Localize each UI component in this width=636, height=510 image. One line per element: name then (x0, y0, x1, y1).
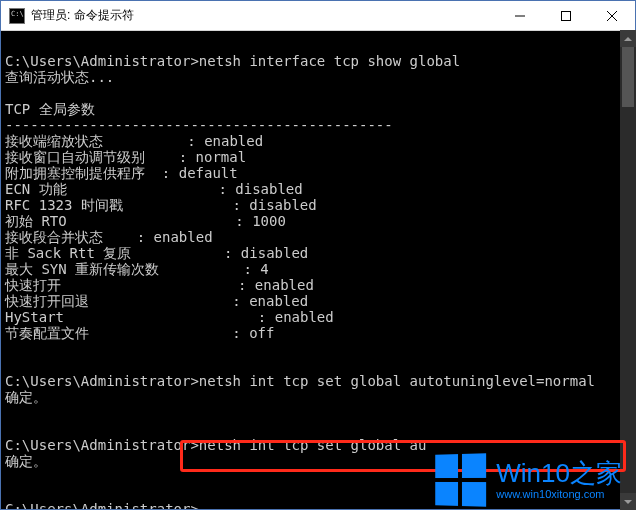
scroll-up-button[interactable] (620, 30, 636, 47)
scroll-down-button[interactable] (620, 493, 636, 510)
terminal-line: C:\Users\Administrator> (5, 501, 631, 509)
terminal-line: C:\Users\Administrator>netsh int tcp set… (5, 437, 631, 453)
terminal-line (5, 37, 631, 53)
vertical-scrollbar[interactable] (620, 30, 636, 510)
terminal-line (5, 485, 631, 501)
svg-rect-0 (562, 11, 571, 20)
scrollbar-thumb[interactable] (622, 47, 634, 107)
terminal-line: C:\Users\Administrator>netsh int tcp set… (5, 373, 631, 389)
terminal-line: 接收段合并状态 : enabled (5, 229, 631, 245)
terminal-line: 确定。 (5, 389, 631, 405)
window-controls (497, 1, 635, 30)
terminal-line: C:\Users\Administrator>netsh interface t… (5, 53, 631, 69)
terminal-line: RFC 1323 时间戳 : disabled (5, 197, 631, 213)
close-icon (607, 11, 617, 21)
chevron-down-icon (624, 498, 632, 506)
terminal-line: 初始 RTO : 1000 (5, 213, 631, 229)
terminal-line: 附加拥塞控制提供程序 : default (5, 165, 631, 181)
terminal-line (5, 341, 631, 357)
terminal-line: 确定。 (5, 453, 631, 469)
terminal-line: 非 Sack Rtt 复原 : disabled (5, 245, 631, 261)
terminal-line (5, 357, 631, 373)
terminal-line: 查询活动状态... (5, 69, 631, 85)
terminal-line: 最大 SYN 重新传输次数 : 4 (5, 261, 631, 277)
window-title: 管理员: 命令提示符 (31, 7, 497, 24)
terminal-line (5, 85, 631, 101)
maximize-button[interactable] (543, 1, 589, 30)
terminal-line: 接收窗口自动调节级别 : normal (5, 149, 631, 165)
cmd-window: 管理员: 命令提示符 C:\Users\Administrator>netsh … (0, 0, 636, 510)
terminal-line (5, 469, 631, 485)
titlebar: 管理员: 命令提示符 (1, 1, 635, 31)
close-button[interactable] (589, 1, 635, 30)
minimize-button[interactable] (497, 1, 543, 30)
minimize-icon (515, 11, 525, 21)
maximize-icon (561, 11, 571, 21)
terminal-line: 接收端缩放状态 : enabled (5, 133, 631, 149)
terminal-line (5, 421, 631, 437)
terminal-line (5, 405, 631, 421)
terminal-line: HyStart : enabled (5, 309, 631, 325)
terminal-line: 快速打开 : enabled (5, 277, 631, 293)
terminal-output[interactable]: C:\Users\Administrator>netsh interface t… (1, 31, 635, 509)
terminal-line: 快速打开回退 : enabled (5, 293, 631, 309)
chevron-up-icon (624, 35, 632, 43)
terminal-line: TCP 全局参数 (5, 101, 631, 117)
terminal-line: 节奏配置文件 : off (5, 325, 631, 341)
cmd-icon (9, 8, 25, 24)
terminal-line: ----------------------------------------… (5, 117, 631, 133)
terminal-line: ECN 功能 : disabled (5, 181, 631, 197)
